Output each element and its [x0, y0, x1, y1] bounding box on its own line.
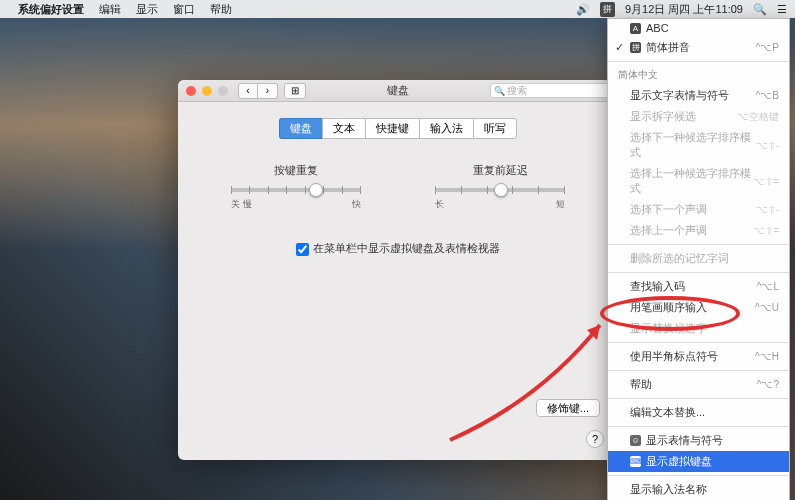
back-button[interactable]: ‹ [238, 83, 258, 99]
input-method-menu: AABC 拼简体拼音^⌥P 简体中文 显示文字表情与符号^⌥B 显示拆字候选⌥空… [607, 18, 790, 500]
tab-dictation[interactable]: 听写 [473, 118, 517, 139]
menu-view[interactable]: 显示 [136, 3, 158, 15]
show-all-button[interactable]: ⊞ [284, 83, 306, 99]
item-show-input-name[interactable]: 显示输入法名称 [608, 479, 789, 500]
input-method-icon[interactable]: 拼 [600, 2, 615, 17]
tab-input-sources[interactable]: 输入法 [419, 118, 473, 139]
show-keyboard-viewer-checkbox[interactable] [296, 243, 309, 256]
app-menu[interactable]: 系统偏好设置 [18, 3, 84, 15]
item-split-candidates: 显示拆字候选⌥空格键 [608, 106, 789, 127]
item-help[interactable]: 帮助^⌥? [608, 374, 789, 395]
delay-label: 重复前延迟 [435, 163, 565, 178]
window-titlebar[interactable]: ‹ › ⊞ 键盘 搜索 [178, 80, 618, 102]
datetime[interactable]: 9月12日 周四 上午11:09 [625, 2, 743, 17]
volume-icon[interactable]: 🔊 [576, 3, 590, 16]
item-emoji-symbols[interactable]: 显示文字表情与符号^⌥B [608, 85, 789, 106]
notification-center-icon[interactable]: ☰ [777, 3, 787, 16]
checkbox-label: 在菜单栏中显示虚拟键盘及表情检视器 [313, 242, 500, 254]
menu-window[interactable]: 窗口 [173, 3, 195, 15]
search-input[interactable]: 搜索 [490, 83, 610, 98]
item-edit-text-subs[interactable]: 编辑文本替换... [608, 402, 789, 423]
menu-help[interactable]: 帮助 [210, 3, 232, 15]
keyboard-preferences-window: ‹ › ⊞ 键盘 搜索 键盘 文本 快捷键 输入法 听写 按键重复 关 慢快 重 [178, 80, 618, 460]
input-pinyin[interactable]: 拼简体拼音^⌥P [608, 37, 789, 58]
section-chinese: 简体中文 [608, 65, 789, 85]
menu-edit[interactable]: 编辑 [99, 3, 121, 15]
minimize-button[interactable] [202, 86, 212, 96]
tab-keyboard[interactable]: 键盘 [279, 118, 322, 139]
item-prev-tone: 选择上一个声调⌥⇧= [608, 220, 789, 241]
modifier-keys-button[interactable]: 修饰键... [536, 399, 600, 417]
item-show-alternates: 显示替换候选字 [608, 318, 789, 339]
help-button[interactable]: ? [586, 430, 604, 448]
item-show-emoji[interactable]: ☺显示表情与符号 [608, 430, 789, 451]
spotlight-icon[interactable]: 🔍 [753, 3, 767, 16]
tab-bar: 键盘 文本 快捷键 输入法 听写 [194, 118, 602, 139]
tab-shortcuts[interactable]: 快捷键 [365, 118, 419, 139]
item-stroke-input[interactable]: 用笔画顺序输入^⌥U [608, 297, 789, 318]
zoom-button[interactable] [218, 86, 228, 96]
item-next-sort: 选择下一种候选字排序模式⌥⇧- [608, 127, 789, 163]
item-prev-sort: 选择上一种候选字排序模式⌥⇧= [608, 163, 789, 199]
window-title: 键盘 [387, 83, 409, 98]
item-find-code[interactable]: 查找输入码^⌥L [608, 276, 789, 297]
item-show-keyboard-viewer[interactable]: ⌨显示虚拟键盘 [608, 451, 789, 472]
item-next-tone: 选择下一个声调⌥⇧- [608, 199, 789, 220]
forward-button[interactable]: › [258, 83, 278, 99]
item-delete-learned: 删除所选的记忆字词 [608, 248, 789, 269]
menubar: 系统偏好设置 编辑 显示 窗口 帮助 🔊 拼 9月12日 周四 上午11:09 … [0, 0, 795, 18]
input-abc[interactable]: AABC [608, 19, 789, 37]
close-button[interactable] [186, 86, 196, 96]
delay-slider[interactable] [435, 188, 565, 192]
key-repeat-label: 按键重复 [231, 163, 361, 178]
key-repeat-slider[interactable] [231, 188, 361, 192]
tab-text[interactable]: 文本 [322, 118, 365, 139]
item-halfwidth-punct[interactable]: 使用半角标点符号^⌥H [608, 346, 789, 367]
